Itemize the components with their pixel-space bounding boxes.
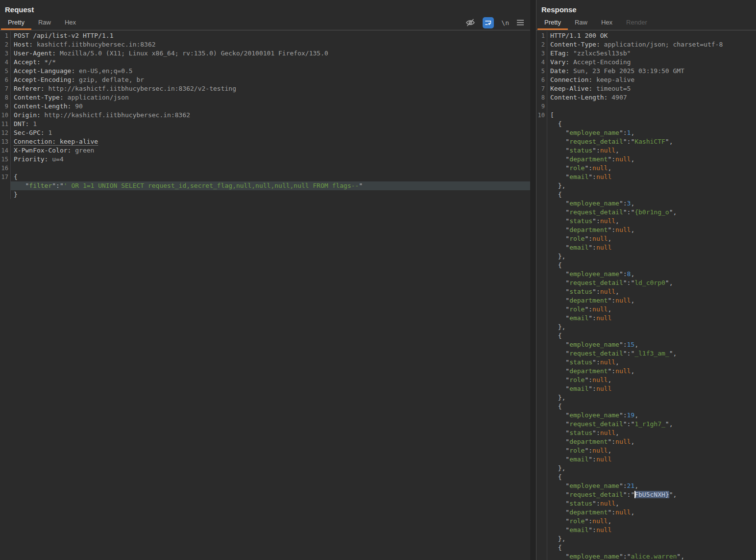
code-line: "department":null, bbox=[537, 508, 756, 517]
line-number bbox=[537, 482, 547, 490]
line-content: "email":null bbox=[547, 455, 756, 464]
line-content: }, bbox=[547, 323, 756, 331]
tab-hex[interactable]: Hex bbox=[58, 17, 83, 30]
code-line: "department":null, bbox=[537, 367, 756, 376]
code-line: 6Accept-Encoding: gzip, deflate, br bbox=[0, 76, 530, 84]
line-content: "department":null, bbox=[547, 437, 756, 446]
code-line: { bbox=[537, 261, 756, 270]
line-content: Referer: http://kashictf.iitbhucybersec.… bbox=[11, 84, 530, 93]
line-number bbox=[537, 508, 547, 517]
code-line: } bbox=[0, 190, 530, 199]
line-content: "request_detail":"{b0r1ng_o", bbox=[547, 208, 756, 217]
line-content: "role":null, bbox=[547, 446, 756, 455]
tab-spacer bbox=[83, 17, 465, 30]
code-line: "employee_name":15, bbox=[537, 340, 756, 349]
line-content: "employee_name":"alice.warren", bbox=[547, 552, 756, 560]
line-content: "employee_name":1, bbox=[547, 128, 756, 137]
tab-raw[interactable]: Raw bbox=[31, 17, 58, 30]
eye-off-icon[interactable] bbox=[465, 18, 475, 27]
code-line: "department":null, bbox=[537, 437, 756, 446]
line-content: "request_detail":"KashiCTF", bbox=[547, 137, 756, 146]
menu-icon[interactable] bbox=[516, 19, 524, 26]
line-content: { bbox=[547, 402, 756, 411]
line-number: 10 bbox=[537, 111, 547, 120]
line-number bbox=[537, 261, 547, 270]
line-number bbox=[537, 190, 547, 199]
code-line: 7Referer: http://kashictf.iitbhucybersec… bbox=[0, 84, 530, 93]
line-content: Accept-Language: en-US,en;q=0.5 bbox=[11, 67, 530, 76]
tab-pretty[interactable]: Pretty bbox=[1, 17, 31, 30]
code-line: 1HTTP/1.1 200 OK bbox=[537, 31, 756, 40]
line-content: "department":null, bbox=[547, 296, 756, 305]
response-title: Response bbox=[537, 0, 756, 17]
code-line: 11DNT: 1 bbox=[0, 120, 530, 128]
code-line: }, bbox=[537, 252, 756, 261]
tab-pretty[interactable]: Pretty bbox=[537, 17, 568, 30]
line-content: "email":null bbox=[547, 243, 756, 252]
request-tabs: PrettyRawHex bbox=[1, 17, 83, 30]
code-line: "role":null, bbox=[537, 234, 756, 243]
line-number bbox=[537, 358, 547, 367]
newline-icon[interactable]: \n bbox=[501, 19, 509, 26]
request-editor[interactable]: 1POST /api/list-v2 HTTP/1.12Host: kashic… bbox=[0, 30, 530, 560]
code-line: 12Sec-GPC: 1 bbox=[0, 128, 530, 137]
response-editor[interactable]: 1HTTP/1.1 200 OK2Content-Type: applicati… bbox=[537, 30, 756, 560]
line-content: Connection: keep-alive bbox=[11, 137, 530, 146]
line-number bbox=[537, 367, 547, 376]
code-line: "role":null, bbox=[537, 164, 756, 173]
line-content: "status":null, bbox=[547, 429, 756, 437]
line-number bbox=[537, 287, 547, 296]
line-content: "status":null, bbox=[547, 358, 756, 367]
line-content: "status":null, bbox=[547, 499, 756, 508]
line-number bbox=[537, 420, 547, 429]
code-line: 3User-Agent: Mozilla/5.0 (X11; Linux x86… bbox=[0, 49, 530, 58]
code-line: 3ETag: "zzlxc5esl13sb" bbox=[537, 49, 756, 58]
tab-raw[interactable]: Raw bbox=[568, 17, 594, 30]
code-line: { bbox=[537, 543, 756, 552]
line-number: 15 bbox=[0, 155, 11, 164]
line-number: 16 bbox=[0, 164, 11, 173]
line-number bbox=[537, 128, 547, 137]
line-content: Content-Length: 90 bbox=[11, 102, 530, 111]
line-number bbox=[537, 552, 547, 560]
request-tabbar: PrettyRawHex \n bbox=[0, 17, 530, 30]
wrap-lines-icon[interactable] bbox=[483, 17, 494, 28]
line-number: 6 bbox=[537, 76, 547, 84]
code-line: "role":null, bbox=[537, 305, 756, 314]
line-number bbox=[537, 437, 547, 446]
line-number: 4 bbox=[537, 58, 547, 67]
line-content: { bbox=[11, 173, 530, 181]
code-line: 17{ bbox=[0, 173, 530, 181]
line-content: "employee_name":19, bbox=[547, 411, 756, 420]
code-line: 10[ bbox=[537, 111, 756, 120]
code-line: 8Content-Type: application/json bbox=[0, 93, 530, 102]
line-content: "employee_name":3, bbox=[547, 199, 756, 208]
burp-message-viewer: Request PrettyRawHex bbox=[0, 0, 756, 560]
line-number bbox=[537, 473, 547, 482]
line-number bbox=[537, 314, 547, 323]
line-number bbox=[537, 296, 547, 305]
line-number bbox=[537, 464, 547, 473]
line-content: "email":null bbox=[547, 173, 756, 181]
line-number bbox=[537, 173, 547, 181]
line-number: 8 bbox=[0, 93, 11, 102]
code-line: "status":null, bbox=[537, 217, 756, 226]
line-number bbox=[537, 429, 547, 437]
tab-hex[interactable]: Hex bbox=[594, 17, 619, 30]
line-number: 11 bbox=[0, 120, 11, 128]
line-number bbox=[537, 535, 547, 543]
panel-splitter[interactable] bbox=[530, 0, 537, 560]
code-line: }, bbox=[537, 393, 756, 402]
line-number: 1 bbox=[537, 31, 547, 40]
code-line: 15Priority: u=4 bbox=[0, 155, 530, 164]
code-line: 9Content-Length: 90 bbox=[0, 102, 530, 111]
line-content: Sec-GPC: 1 bbox=[11, 128, 530, 137]
line-number: 2 bbox=[0, 40, 11, 49]
line-content: "request_detail":"1_r1gh7_", bbox=[547, 420, 756, 429]
line-number: 8 bbox=[537, 93, 547, 102]
code-line: "request_detail":"1_r1gh7_", bbox=[537, 420, 756, 429]
selected-text: FbU5cNXH} bbox=[634, 491, 669, 498]
tab-render[interactable]: Render bbox=[619, 17, 654, 30]
line-number bbox=[537, 402, 547, 411]
response-panel: Response PrettyRawHexRender 1HTTP/1.1 20… bbox=[537, 0, 756, 560]
